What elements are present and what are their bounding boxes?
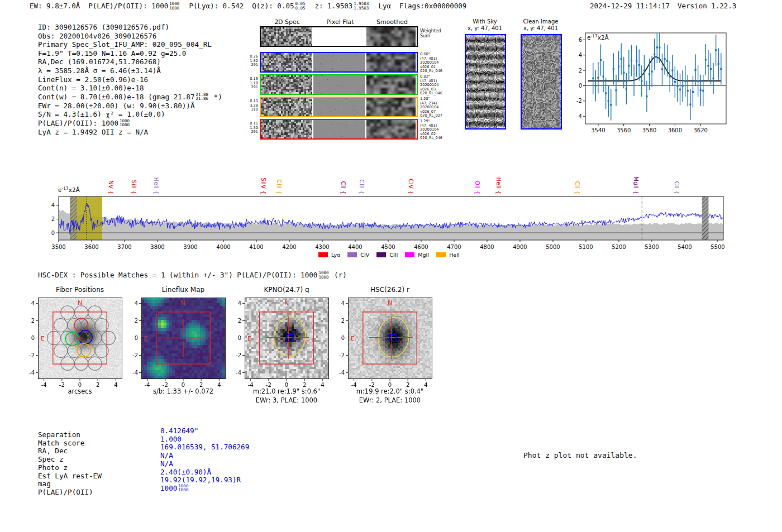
detection-info-block: ID: 3090126576 (3090126576.pdf)Obs: 2020… xyxy=(38,23,222,137)
svg-text:0: 0 xyxy=(51,230,55,236)
svg-text:3600: 3600 xyxy=(84,244,98,250)
hscdex-match-line: HSC-DEX : Possible Matches = 1 (within +… xyxy=(38,271,347,280)
legend-item: MgII xyxy=(405,252,429,258)
svg-text:4000: 4000 xyxy=(216,244,230,250)
svg-text:-4: -4 xyxy=(576,113,582,119)
svg-text:4: 4 xyxy=(579,52,582,58)
header-segment: z: 1.9503 xyxy=(315,2,353,10)
svg-text:6: 6 xyxy=(579,37,582,43)
svg-text:e-17x2Å: e-17x2Å xyxy=(587,33,609,41)
fiber-xlabel: arcsecs xyxy=(38,387,122,395)
with-sky-title: With Sky x, y: 47, 401 xyxy=(458,18,512,32)
spec2d-row-left-labels: 0.111.30291 xyxy=(247,122,258,135)
svg-text:3500: 3500 xyxy=(51,244,65,250)
info-line: Primary Spec_Slot_IFU_AMP: 020_095_004_R… xyxy=(38,40,222,49)
info-line: Cont(n) = 3.10(±0.00)e-18 xyxy=(38,84,222,93)
info-line: RA,Dec (169.016724,51.706268) xyxy=(38,57,222,66)
spectrum-legend: LyαCIVCIIIMgIIHeII xyxy=(318,249,467,260)
svg-text:0: 0 xyxy=(579,83,582,89)
svg-text:HeII {: HeII { xyxy=(153,177,160,194)
elixer-report-page: EW: 9.8±7.0ÅP(LAE)/P(OII): 100010001000P… xyxy=(0,0,782,532)
lineflux-map-title: Lineflux Map xyxy=(141,286,225,294)
info-line: EWr = 28.00(±20.00) (w: 9.90(±3.80))Å xyxy=(38,102,222,111)
svg-text:SiIV {: SiIV { xyxy=(260,178,267,194)
svg-text:5400: 5400 xyxy=(678,244,692,250)
line-fit-inset-plot: -4-2024635403560358036003620e-17x2Å xyxy=(575,25,735,134)
match-row-label: Est LyA rest-EW xyxy=(38,472,102,481)
svg-text:3700: 3700 xyxy=(117,244,131,250)
info-line: λ = 3585.28Å σ = 6.46(±3.14)Å xyxy=(38,66,222,75)
svg-text:3540: 3540 xyxy=(591,127,605,133)
legend-swatch xyxy=(347,252,357,257)
with-sky-image xyxy=(465,34,506,130)
match-row-label: Spec z xyxy=(38,456,102,464)
clean-image-title: Clean Image x, y: 47, 401 xyxy=(514,18,568,32)
info-line: LyA z = 1.9492 OII z = N/A xyxy=(38,128,222,137)
svg-text:CII {: CII { xyxy=(674,181,680,194)
svg-text:5300: 5300 xyxy=(645,244,659,250)
legend-swatch xyxy=(436,252,446,257)
svg-text:4900: 4900 xyxy=(513,244,527,250)
match-row-value: 100010001000 xyxy=(160,485,249,493)
svg-text:3620: 3620 xyxy=(693,127,707,133)
stacked-fraction: 10001000 xyxy=(169,2,179,10)
svg-text:e-17x2Å: e-17x2Å xyxy=(58,186,80,193)
svg-text:HeII {: HeII { xyxy=(495,177,502,194)
stacked-fraction: 10001000 xyxy=(318,271,328,279)
report-version: Version 1.22.3 xyxy=(678,2,736,10)
svg-text:5000: 5000 xyxy=(546,244,560,250)
svg-text:OII {: OII { xyxy=(474,181,481,194)
hsc-xlabel-1: m:19.9 re:2.0" s:0.4" xyxy=(340,387,440,395)
match-row-value: N/A xyxy=(160,460,249,468)
lineflux-map-panel xyxy=(125,293,231,389)
svg-text:CIII {: CIII { xyxy=(359,179,365,194)
full-spectrum-plot: 0243500360037003800390040004100420043004… xyxy=(34,165,743,253)
svg-text:4200: 4200 xyxy=(282,244,296,250)
hsc-cutout-panel xyxy=(331,293,437,389)
legend-item: CIII xyxy=(376,252,398,258)
svg-text:CIII {: CIII { xyxy=(276,179,283,194)
svg-text:CII {: CII { xyxy=(574,181,581,194)
hsc-xlabel-2: EWr: 2, PLAE: 1000 xyxy=(340,396,440,404)
svg-text:4: 4 xyxy=(51,202,55,208)
svg-text:CIV {: CIV { xyxy=(408,179,414,194)
svg-text:MgII {: MgII { xyxy=(633,176,640,194)
svg-text:2: 2 xyxy=(579,68,582,74)
svg-text:5200: 5200 xyxy=(612,244,626,250)
info-line: Obs: 20200104v026_3090126576 xyxy=(38,32,222,41)
fiber-positions-title: Fiber Positions xyxy=(38,286,122,294)
info-line: F=1.9" T=0.150 N=1.16 A=0.92 g=25.0 xyxy=(38,49,222,58)
stacked-fraction: 0.050.05 xyxy=(295,2,305,10)
spec2d-row-left-labels: 0.261.52291 xyxy=(247,55,258,68)
spec2d-row-left-labels: 0.191.19291 xyxy=(247,77,258,90)
info-line: ID: 3090126576 (3090126576.pdf) xyxy=(38,23,222,32)
svg-text:-2: -2 xyxy=(576,98,582,104)
summary-header: EW: 9.8±7.0ÅP(LAE)/P(OII): 100010001000P… xyxy=(30,2,475,11)
stacked-fraction: 10001000 xyxy=(120,119,130,127)
match-row-label: Match score xyxy=(38,439,102,448)
spec2d-row xyxy=(260,52,418,73)
photz-notice: Phot z plot not available. xyxy=(523,451,637,459)
kpno-cutout-title: KPNO(24.7) g xyxy=(245,286,328,294)
info-line: P(LAE)/P(OII): 100010001000 xyxy=(38,119,222,128)
match-row-label: Separation xyxy=(38,431,102,439)
match-row-value: 169.016539, 51.706269 xyxy=(160,443,249,452)
header-segment: P(Lyα): 0.542 xyxy=(189,2,244,10)
info-line: Cont(w) = 8.70(±0.08)e-18 (gmag 21.8721.… xyxy=(38,93,222,102)
svg-text:3900: 3900 xyxy=(183,244,197,250)
svg-text:CII {: CII { xyxy=(340,181,347,194)
match-row-value: 0.412649" xyxy=(160,427,249,435)
report-datetime: 2024-12-29 11:14:17 xyxy=(590,2,670,10)
match-table-values: 0.412649"1.000169.016539, 51.706269N/AN/… xyxy=(160,427,249,493)
header-segment: EW: 9.8±7.0Å xyxy=(30,2,80,10)
match-row-label: Photo z xyxy=(38,464,102,472)
kpno-xlabel-2: EWr: 3, PLAE: 1000 xyxy=(236,396,337,404)
svg-text:5500: 5500 xyxy=(711,244,724,250)
svg-text:SiII {: SiII { xyxy=(131,180,137,194)
kpno-xlabel-1: m:21.0 re:1.9" s:0.6" xyxy=(236,387,337,395)
match-table-labels: SeparationMatch scoreRA, DecSpec zPhoto … xyxy=(38,431,102,497)
svg-text:4800: 4800 xyxy=(480,244,494,250)
svg-text:3800: 3800 xyxy=(150,244,164,250)
match-row-value: 1.000 xyxy=(160,435,249,444)
header-segment: Flags:0x00000009 xyxy=(399,2,466,10)
